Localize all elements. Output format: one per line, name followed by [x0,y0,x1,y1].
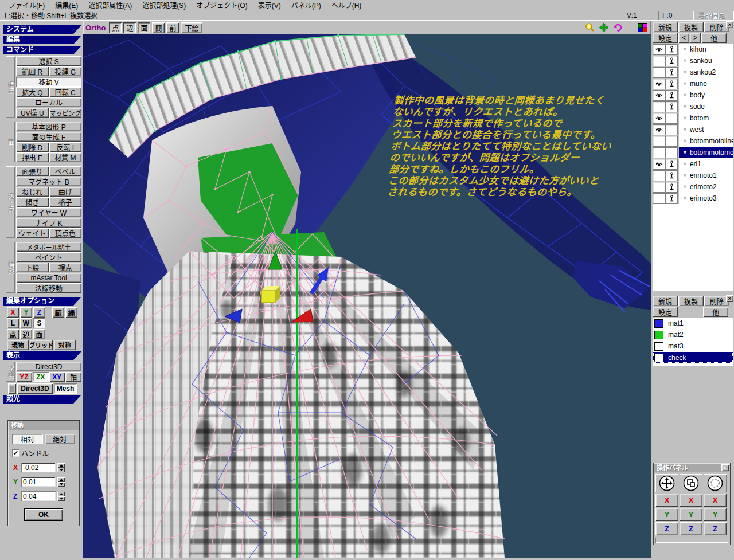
l-toggle[interactable]: L [7,318,19,328]
select-button[interactable]: 選択 S [16,56,81,66]
op-x-button[interactable]: X [704,494,727,507]
face-fill-button[interactable]: 面張り [16,166,49,176]
gizmo-scale-icon[interactable] [680,474,702,492]
y-stepper[interactable] [57,477,65,487]
spin-down-icon[interactable] [57,482,65,487]
material-row[interactable]: mat3 [653,340,733,352]
object-row[interactable]: ▼mune [653,78,733,89]
lock-toggle[interactable] [666,68,677,77]
y-input[interactable]: 0.01 [21,477,56,487]
triangle-down-icon[interactable]: ▼ [682,104,688,109]
object-row[interactable]: ▼erimoto2 [653,181,733,193]
point-toggle[interactable]: 点 [7,329,19,339]
tab-special[interactable]: 特殊 [6,242,15,293]
spin-down-icon[interactable] [57,496,65,501]
triangle-down-icon[interactable]: ▼ [682,150,688,155]
underdraw-button[interactable]: 下絵 [16,263,49,272]
lock-toggle[interactable] [666,136,677,146]
object-row[interactable]: ▼sankou [653,55,733,66]
axis-display-button[interactable]: 軸 [65,372,81,382]
local-button[interactable]: ローカル [16,97,81,107]
banner-display[interactable]: 表示 [3,351,81,360]
menu-object[interactable]: オブジェクト(O) [191,0,252,10]
op-x-button[interactable]: X [655,494,678,507]
lock-toggle[interactable] [666,56,677,66]
gizmo-rotate-icon[interactable] [704,474,727,492]
visibility-toggle[interactable] [653,102,665,112]
move-button[interactable]: 移動 V [16,77,81,87]
handle-checkbox[interactable]: ✓ [12,449,19,457]
triangle-down-icon[interactable]: ▼ [682,58,688,64]
normal-move-button[interactable]: 法線移動 [16,283,81,293]
material-duplicate-button[interactable]: 複製 [678,296,704,306]
material-row[interactable]: mat1 [653,318,733,329]
lasso-button[interactable]: 投縄 G [49,66,82,76]
bevel-button[interactable]: ベベル [49,166,82,176]
object-row[interactable]: ▼kihon [653,44,733,55]
absolute-button[interactable]: 絶対 [45,434,76,444]
menu-selection-attr[interactable]: 選択部属性(A) [83,0,137,10]
rotate-tool-icon[interactable] [612,22,624,33]
symmetry-toggle[interactable]: 対称 [54,340,76,350]
op-z-button[interactable]: Z [655,522,678,535]
spin-down-icon[interactable] [57,468,65,472]
material-button[interactable]: 材質 M [49,152,82,162]
close-icon[interactable]: × [726,21,733,28]
spin-up-icon[interactable] [57,492,65,496]
z-input[interactable]: 0.04 [21,491,56,501]
tab-edge-point[interactable]: 辺・点 [6,166,15,238]
triangle-down-icon[interactable]: ▼ [682,195,688,201]
op-y-button[interactable]: Y [680,508,702,521]
spin-up-icon[interactable] [57,477,65,482]
vertex-color-button[interactable]: 頂点色 [49,228,82,238]
object-row[interactable]: ▼eri1 [653,158,733,170]
triangle-down-icon[interactable]: ▼ [682,92,688,98]
simple-display-toggle[interactable]: 簡 [152,22,165,33]
visibility-toggle[interactable] [653,148,665,158]
lock-toggle[interactable] [666,113,677,123]
lock-toggle[interactable] [666,125,677,135]
lock-toggle[interactable] [666,79,677,89]
lattice-button[interactable]: 格子 [49,197,82,207]
banner-edit[interactable]: 編集 [3,36,81,44]
metaball-button[interactable]: メタボール粘土 [16,242,81,252]
wire-button[interactable]: ワイヤー W [16,207,81,217]
s-toggle[interactable]: S [33,318,45,328]
direct3d-button[interactable]: Direct3D [16,362,81,371]
ok-button[interactable]: OK [25,509,63,520]
mastar-tool-button[interactable]: mAstar Tool [16,273,81,283]
lock-toggle[interactable] [666,159,677,169]
banner-lighting[interactable]: 照光 [3,395,81,404]
material-new-button[interactable]: 新規 [653,296,678,306]
banner-command[interactable]: コマンド [3,46,81,54]
knife-button[interactable]: ナイフ K [16,218,81,228]
object-row[interactable]: ▼sankou2 [653,66,733,78]
axis-z-toggle[interactable]: Z [33,307,45,318]
rope-select-toggle[interactable]: 縄 [65,307,77,318]
object-config-button[interactable]: 設定 [653,33,678,43]
banner-edit-options[interactable]: 編集オプション [3,297,81,306]
banner-system[interactable]: システム [3,25,81,34]
material-other-button[interactable]: 他 [703,307,728,317]
mesh-toggle[interactable]: Mesh [54,383,77,394]
material-row[interactable]: mat2 [653,329,733,340]
object-row[interactable]: ▼west [653,124,733,135]
xy-view-button[interactable]: XY [49,372,65,382]
object-row[interactable]: ▼botom [653,112,733,124]
front-display-toggle[interactable]: 前 [166,22,179,33]
underdraw-display-toggle[interactable]: 下絵 [181,22,202,33]
object-row[interactable]: ▼botommotoline [653,135,733,147]
visibility-toggle[interactable] [653,113,665,123]
visibility-toggle[interactable] [653,68,665,77]
visibility-toggle[interactable] [653,79,665,89]
spin-up-icon[interactable] [57,463,65,468]
lock-toggle[interactable] [666,194,677,203]
rotate-button[interactable]: 回転 C [49,87,82,97]
axis-x-toggle[interactable]: X [7,307,19,318]
visibility-toggle[interactable] [653,136,665,146]
x-input[interactable]: -0.02 [21,463,56,472]
operation-panel-title[interactable]: 操作パネル× [654,464,729,472]
bend-button[interactable]: 曲げ [49,187,82,197]
pan-tool-icon[interactable] [598,22,610,33]
pattern-toggle[interactable]: ||| [8,383,16,394]
